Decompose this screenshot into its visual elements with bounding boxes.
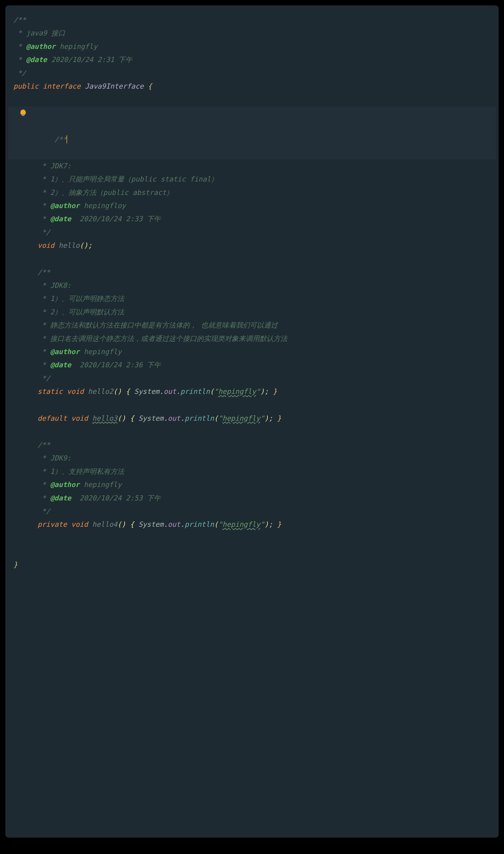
comment-text: * 1）、支持声明私有方法 <box>38 467 124 476</box>
paren-open: ( <box>214 520 218 528</box>
comment-text: * 2）、可以声明默认方法 <box>38 308 124 316</box>
comment-text: * java9 接口 <box>14 29 65 37</box>
method-name: hello <box>58 241 79 249</box>
field-out: out <box>164 387 176 395</box>
blank-line <box>8 398 496 412</box>
comment-star: * <box>38 494 50 502</box>
comment-open: /** <box>54 135 67 143</box>
paren-close: ) <box>264 520 269 528</box>
string-literal: hepingfly <box>218 387 256 395</box>
javadoc-author-tag: @author <box>50 348 80 356</box>
code-editor[interactable]: /** * java9 接口 * @author hepingfly * @da… <box>5 5 499 838</box>
comment-open: /** <box>38 268 50 276</box>
dot: . <box>164 414 168 422</box>
code-line: * 1）、支持声明私有方法 <box>8 465 496 478</box>
paren-close: ) <box>260 387 265 395</box>
comment-star: * <box>38 215 50 223</box>
code-line: /** <box>8 266 496 279</box>
blank-line <box>8 93 496 106</box>
code-line: private void hello4() { System.out.print… <box>8 518 496 531</box>
method-println: println <box>180 387 210 395</box>
code-line: * @author hepingfly <box>8 40 496 53</box>
javadoc-author-value: hepingfloy <box>80 202 126 210</box>
blank-line <box>8 425 496 439</box>
string-quote: " <box>214 387 218 395</box>
string-quote: " <box>260 414 265 422</box>
code-line: public interface Java9Interface { <box>8 80 496 93</box>
comment-text: * JDK8: <box>38 281 71 289</box>
class-ref: System <box>139 414 164 422</box>
punct: () { <box>117 414 138 422</box>
code-line: * @author hepingfly <box>8 478 496 491</box>
keyword-private: private <box>38 520 71 528</box>
code-line: */ <box>8 67 496 80</box>
keyword-void: void <box>67 387 88 395</box>
comment-text: * 接口名去调用这个静态方法，或者通过这个接口的实现类对象来调用默认方法 <box>38 335 287 342</box>
brace-close: } <box>277 520 281 528</box>
method-println: println <box>185 520 214 528</box>
code-line: default void hello3() { System.out.print… <box>8 412 496 425</box>
code-line: * JDK8: <box>8 279 496 292</box>
keyword-public: public <box>14 82 43 90</box>
comment-text: * 1）、可以声明静态方法 <box>38 295 124 303</box>
javadoc-author-tag: @author <box>50 202 80 210</box>
code-line: * 1）、只能声明全局常量（public static final） <box>8 173 496 186</box>
method-name: hello2 <box>88 387 113 395</box>
javadoc-author-value: hepingfly <box>80 348 122 356</box>
comment-text: * 1）、只能声明全局常量（public static final） <box>38 175 218 183</box>
string-quote: " <box>256 387 260 395</box>
comment-open: /** <box>14 16 26 24</box>
paren-open: ( <box>214 414 218 422</box>
comment-star: * <box>14 42 26 51</box>
keyword-void: void <box>71 520 92 528</box>
code-line: * 2）、可以声明默认方法 <box>8 305 496 319</box>
code-line: /** <box>8 14 496 26</box>
semicolon: ; <box>264 387 273 395</box>
punct: () { <box>117 520 138 528</box>
code-line: */ <box>8 372 496 385</box>
keyword-void: void <box>71 414 92 422</box>
code-line: * @author hepingfloy <box>8 199 496 212</box>
punct: (); <box>80 241 92 249</box>
brace-close: } <box>14 561 18 569</box>
javadoc-date-tag: @date <box>50 215 71 223</box>
code-line: * 1）、可以声明静态方法 <box>8 292 496 305</box>
brace-close: } <box>277 414 281 422</box>
lightbulb-icon[interactable] <box>20 109 26 115</box>
string-literal: hepingfly <box>222 414 260 422</box>
blank-line <box>8 252 496 266</box>
code-line: void hello(); <box>8 239 496 252</box>
comment-text: * JDK7: <box>38 162 71 170</box>
string-quote: " <box>260 520 265 528</box>
comment-close: */ <box>38 507 50 515</box>
code-line: * JDK7: <box>8 159 496 173</box>
brace-close: } <box>273 387 277 395</box>
method-name: hello4 <box>92 520 118 528</box>
dot: . <box>176 387 181 395</box>
code-line: * 2）、抽象方法（public abstract） <box>8 186 496 199</box>
code-line-active[interactable]: /** <box>8 106 496 159</box>
text-caret <box>67 135 67 143</box>
code-line: * @date 2020/10/24 2:36 下午 <box>8 358 496 372</box>
javadoc-author-tag: @author <box>50 481 80 488</box>
blank-line <box>8 545 496 558</box>
code-line: static void hello2() { System.out.printl… <box>8 385 496 398</box>
code-line: * @date 2020/10/24 2:33 下午 <box>8 212 496 226</box>
code-line: } <box>8 558 496 571</box>
keyword-static: static <box>38 387 67 395</box>
paren-open: ( <box>210 387 214 395</box>
class-ref: System <box>134 387 159 395</box>
string-literal: hepingfly <box>222 520 260 528</box>
javadoc-date-tag: @date <box>50 361 71 369</box>
dot: . <box>164 520 168 528</box>
code-line: */ <box>8 505 496 518</box>
comment-star: * <box>38 481 50 488</box>
javadoc-author-tag: @author <box>26 42 56 51</box>
comment-close: */ <box>38 228 50 236</box>
javadoc-date-value: 2020/10/24 2:31 下午 <box>47 56 132 64</box>
keyword-default: default <box>38 414 71 422</box>
comment-close: */ <box>14 69 26 77</box>
dot: . <box>180 520 185 528</box>
string-quote: " <box>218 414 222 422</box>
brace-open: { <box>148 82 152 90</box>
